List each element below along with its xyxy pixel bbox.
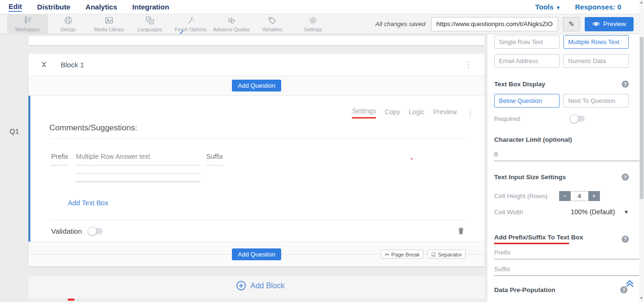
type-single-row-text[interactable]: Single Row Text: [494, 35, 560, 49]
variables-icon: [267, 16, 277, 25]
help-icon[interactable]: ?: [622, 81, 629, 88]
nav-tab-distribute[interactable]: Distribute: [37, 3, 70, 11]
toolbar-label: Finish Options: [175, 27, 206, 32]
question-card[interactable]: Settings Copy Logic Preview ⋮ Comments/S…: [28, 96, 485, 242]
edit-url-button[interactable]: ✎: [563, 17, 580, 31]
question-number-label: Q1: [9, 127, 19, 135]
toolbar-item-finish-options[interactable]: Finish Options: [170, 14, 211, 34]
scrolled-card-bottom: [28, 36, 485, 45]
tab-preview[interactable]: Preview: [433, 108, 457, 118]
nav-tab-integration[interactable]: Integration: [132, 3, 169, 11]
nav-tab-edit[interactable]: Edit: [9, 2, 22, 12]
help-icon[interactable]: ?: [622, 236, 629, 243]
display-options-row: Below Question Next To Question: [494, 94, 629, 108]
tab-settings[interactable]: Settings: [352, 107, 376, 119]
type-numeric-data[interactable]: Numeric Data: [563, 54, 629, 68]
responses-count[interactable]: Responses: 0: [575, 3, 621, 11]
stray-red-mark: -: [411, 155, 413, 162]
toolbar-label: Settings: [304, 27, 322, 32]
help-icon[interactable]: ?: [622, 174, 629, 181]
red-underline: [494, 243, 569, 244]
option-next-to-question[interactable]: Next To Question: [563, 94, 629, 108]
design-icon: [64, 16, 73, 25]
partial-red-mark: [68, 299, 74, 301]
scrollbar-up-arrow[interactable]: ▲: [640, 0, 643, 4]
character-limit-header: Character Limit (optional): [494, 136, 629, 143]
nav-tab-analytics[interactable]: Analytics: [85, 3, 117, 11]
type-multiple-rows-text[interactable]: Multiple Rows Text: [563, 35, 629, 49]
page-break-icon: ✂: [385, 251, 389, 257]
chevron-down-icon[interactable]: ▼: [624, 209, 629, 215]
cell-width-value[interactable]: 100% (Default): [571, 208, 615, 216]
add-question-button[interactable]: Add Question: [232, 248, 282, 260]
nav-right: Tools ▼ Responses: 0: [535, 3, 644, 11]
tab-logic[interactable]: Logic: [409, 108, 424, 118]
add-block-link[interactable]: Add Block: [236, 281, 285, 291]
separator-button[interactable]: ☑Separator: [427, 250, 466, 259]
scrollbar-down-arrow[interactable]: ▼: [640, 296, 643, 300]
toolbar-item-advance-quotas[interactable]: Advance Quotas: [211, 14, 252, 34]
toolbar-item-workspace[interactable]: Workspace: [7, 14, 48, 34]
answer-text-field[interactable]: Multiple Row Answer text: [76, 153, 200, 165]
stepper-plus-button[interactable]: +: [589, 191, 600, 201]
type-email-address[interactable]: Email Address: [494, 54, 560, 68]
cell-height-label: Cell Height (Rows): [494, 192, 548, 200]
toolbar-item-settings[interactable]: Settings: [293, 14, 333, 34]
answer-row-line: [76, 173, 200, 174]
text-input-size-header: Text Input Size Settings ?: [494, 174, 629, 181]
suffix-field[interactable]: Suffix: [206, 153, 223, 165]
nav-left: Edit Distribute Analytics Integration: [0, 2, 169, 12]
character-limit-input[interactable]: [494, 150, 644, 161]
prefix-input[interactable]: [494, 248, 644, 259]
required-label: Required: [494, 115, 520, 122]
cell-width-label: Cell Width: [494, 209, 524, 216]
prefix-field[interactable]: Prefix: [51, 153, 68, 165]
toolbar-label: Media Library: [94, 27, 124, 32]
tools-menu[interactable]: Tools ▼: [535, 3, 561, 11]
required-toggle[interactable]: [570, 116, 585, 122]
question-tabs: Settings Copy Logic Preview ⋮: [352, 107, 474, 119]
prefix-suffix-header: Add Prefix/Suffix To Text Box ?: [494, 234, 629, 244]
toolbar-item-media-library[interactable]: Media Library: [89, 14, 129, 34]
stepper-value[interactable]: 4: [570, 191, 589, 201]
divider: [49, 220, 465, 220]
question-settings-panel: Single Row Text Multiple Rows Text Email…: [488, 34, 639, 302]
svg-text:A: A: [150, 20, 153, 23]
scrollbar-thumb[interactable]: [640, 37, 644, 199]
page-break-button[interactable]: ✂Page Break: [381, 250, 423, 259]
cell-height-row: Cell Height (Rows) − 4 +: [494, 191, 629, 201]
toggle-knob: [570, 114, 579, 123]
question-menu-icon[interactable]: ⋮: [466, 108, 474, 118]
toolbar-label: Variables: [262, 27, 283, 32]
collapse-block-icon[interactable]: [41, 61, 47, 68]
tab-copy[interactable]: Copy: [385, 108, 400, 118]
help-icon[interactable]: ?: [620, 286, 627, 293]
preview-button[interactable]: Preview: [585, 17, 634, 31]
chevron-down-icon: ▼: [556, 5, 561, 10]
add-question-button[interactable]: Add Question: [232, 80, 282, 92]
toolbar-item-design[interactable]: Design: [48, 14, 89, 34]
validation-row: Validation: [51, 227, 465, 235]
media-library-icon: [104, 16, 114, 25]
eye-icon: [592, 21, 600, 27]
separator-icon: ☑: [431, 251, 436, 257]
workspace-icon: [23, 16, 32, 25]
block-card: Block 1 ⋮ Add Question Settings Copy Log…: [28, 54, 485, 266]
required-row: Required: [494, 115, 629, 122]
option-below-question[interactable]: Below Question: [494, 94, 560, 108]
validation-toggle[interactable]: [89, 228, 103, 234]
add-question-row-top: Add Question: [28, 76, 485, 96]
survey-url-input[interactable]: [431, 17, 558, 31]
block-menu-icon[interactable]: ⋮: [464, 60, 472, 70]
toolbar-item-languages[interactable]: ✶A Languages: [129, 14, 170, 34]
add-question-row-bottom: Add Question ✂Page Break ☑Separator: [28, 242, 485, 266]
stepper-minus-button[interactable]: −: [559, 191, 570, 201]
toolbar-item-variables[interactable]: Variables: [252, 14, 293, 34]
suffix-input[interactable]: [494, 265, 644, 276]
add-text-box-link[interactable]: Add Text Box: [68, 199, 108, 207]
toolbar-right: All changes saved ✎ Preview: [375, 14, 644, 34]
trash-icon[interactable]: [457, 227, 465, 235]
languages-icon: ✶A: [145, 16, 155, 25]
question-title[interactable]: Comments/Suggestions:: [49, 123, 137, 133]
preview-label: Preview: [603, 20, 626, 27]
